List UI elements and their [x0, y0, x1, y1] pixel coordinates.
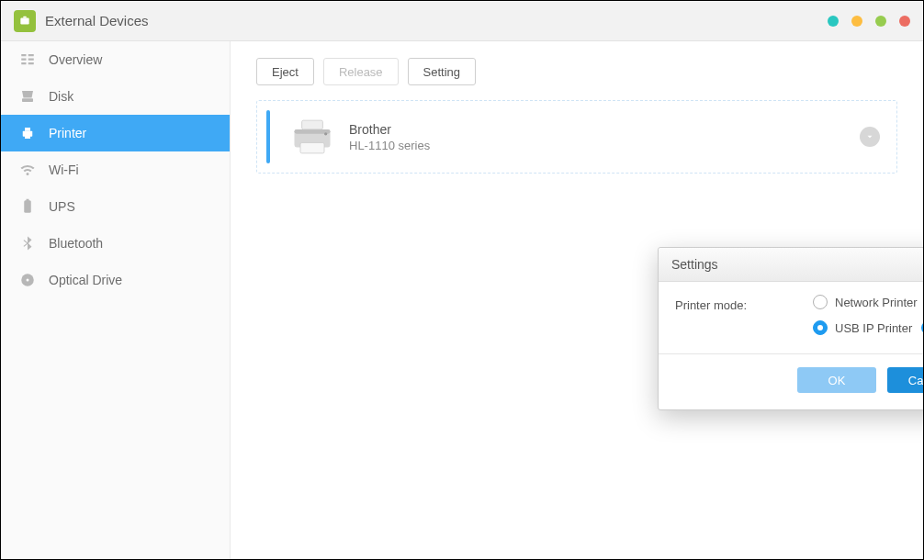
sidebar-item-label: Overview [49, 52, 102, 67]
device-selected-indicator [266, 110, 270, 163]
cancel-button[interactable]: Cancel [887, 367, 924, 393]
sidebar-item-disk[interactable]: Disk [1, 78, 230, 115]
svg-rect-1 [23, 16, 27, 17]
svg-rect-0 [20, 17, 28, 24]
svg-rect-10 [25, 128, 30, 131]
printer-mode-label: Printer mode: [675, 295, 813, 346]
svg-point-20 [324, 132, 327, 135]
sidebar-item-ups[interactable]: UPS [1, 188, 230, 225]
app-window: External Devices Overview Disk [0, 0, 924, 560]
svg-rect-11 [25, 135, 30, 139]
sidebar: Overview Disk Printer Wi-Fi [1, 41, 231, 559]
svg-rect-4 [21, 62, 26, 64]
svg-rect-8 [22, 98, 33, 102]
window-controls [828, 16, 910, 27]
printer-mode-options: Network Printer USB IP Printer i [813, 295, 924, 346]
device-model: HL-1110 series [349, 139, 430, 152]
device-text: Brother HL-1110 series [349, 122, 430, 152]
svg-rect-12 [24, 200, 31, 213]
release-button: Release [323, 58, 399, 85]
sidebar-item-optical-drive[interactable]: Optical Drive [1, 262, 230, 298]
titlebar: External Devices [1, 1, 923, 41]
sidebar-item-overview[interactable]: Overview [1, 41, 230, 78]
ups-icon [17, 198, 38, 215]
option-network-printer[interactable]: Network Printer [813, 295, 924, 309]
settings-dialog: Settings Printer mode: Network Printer U… [658, 247, 924, 410]
ok-button[interactable]: OK [797, 367, 876, 393]
app-icon [14, 10, 36, 32]
svg-rect-7 [28, 62, 34, 64]
sidebar-item-label: Optical Drive [49, 273, 122, 287]
overview-icon [17, 51, 38, 68]
window-dot-3[interactable] [875, 16, 886, 27]
sidebar-item-label: Printer [49, 126, 86, 140]
svg-point-15 [27, 279, 29, 282]
svg-rect-5 [28, 54, 34, 56]
sidebar-item-label: Wi-Fi [49, 162, 79, 177]
sidebar-item-label: Disk [49, 89, 73, 104]
radio-checked-icon [813, 320, 828, 335]
device-row[interactable]: Brother HL-1110 series [256, 100, 897, 174]
eject-button[interactable]: Eject [256, 58, 314, 85]
main-panel: Eject Release Setting Brother [231, 41, 923, 559]
svg-rect-3 [21, 59, 26, 61]
option-usb-ip-printer[interactable]: USB IP Printer i [813, 320, 924, 335]
svg-rect-6 [28, 59, 34, 61]
option-label: USB IP Printer [835, 321, 912, 335]
svg-rect-13 [27, 199, 29, 201]
sidebar-item-printer[interactable]: Printer [1, 115, 230, 151]
sidebar-item-bluetooth[interactable]: Bluetooth [1, 225, 230, 262]
sidebar-item-label: Bluetooth [49, 236, 103, 251]
optical-drive-icon [17, 272, 38, 288]
bluetooth-icon [17, 235, 38, 252]
printer-thumbnail-icon [288, 116, 336, 158]
chevron-down-icon [865, 132, 874, 141]
window-dot-4[interactable] [899, 16, 910, 27]
svg-rect-2 [21, 54, 26, 56]
sidebar-item-wifi[interactable]: Wi-Fi [1, 151, 230, 188]
devices-icon [18, 15, 31, 28]
option-label: Network Printer [835, 296, 918, 309]
wifi-icon [17, 162, 38, 178]
window-title: External Devices [45, 13, 149, 28]
dialog-title: Settings [659, 248, 924, 282]
printer-icon [17, 125, 38, 141]
window-dot-2[interactable] [851, 16, 862, 27]
radio-unchecked-icon [813, 295, 828, 309]
expand-chevron[interactable] [860, 127, 880, 147]
svg-rect-18 [302, 120, 323, 129]
window-dot-1[interactable] [828, 16, 839, 27]
setting-button[interactable]: Setting [408, 58, 476, 85]
svg-rect-19 [300, 143, 324, 153]
device-name: Brother [349, 122, 430, 137]
sidebar-item-label: UPS [49, 199, 75, 214]
toolbar: Eject Release Setting [256, 58, 897, 85]
disk-icon [17, 88, 38, 105]
